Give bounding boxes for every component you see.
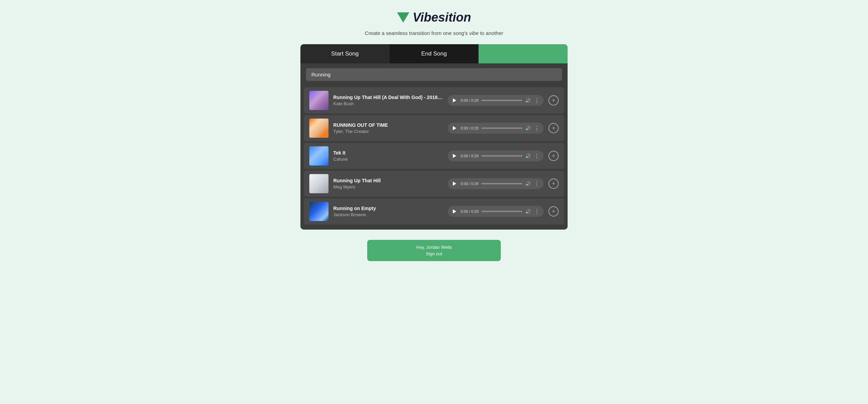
song-artist: Tyler, The Creator [333,129,443,134]
list-item: Running Up That Hill (A Deal With God) -… [304,87,564,113]
play-icon [453,182,456,186]
song-title: Tek It [333,150,443,156]
play-icon [453,154,456,158]
volume-icon[interactable]: 🔊 [525,98,531,103]
user-greeting: Hey, Jordan Wells [374,245,494,250]
tab-end-song[interactable]: End Song [389,44,479,63]
song-info: Running on Empty Jackson Browne [333,206,443,217]
tagline-end: to another [479,30,503,36]
progress-bar[interactable] [481,211,522,212]
add-song-button[interactable]: + [548,179,559,189]
audio-player: 0:00 / 0:29 🔊 ⋮ [448,150,544,161]
tagline: Create a seamless transition from one so… [365,30,503,36]
time-display: 0:00 / 0:29 [461,209,479,213]
time-display: 0:00 / 0:29 [461,182,479,186]
search-container [300,63,568,84]
progress-bar[interactable] [481,183,522,184]
play-icon [453,209,456,213]
song-artist: Kate Bush [333,101,443,106]
add-song-button[interactable]: + [548,206,559,217]
tagline-italic: vibe [469,30,479,36]
song-list: Running Up That Hill (A Deal With God) -… [300,84,568,230]
song-artist: Cafuné [333,157,443,162]
time-display: 0:00 / 0:29 [461,126,479,130]
album-art [309,202,328,221]
user-panel: Hey, Jordan Wells Sign out [367,240,501,261]
song-title: Running Up That Hill (A Deal With God) -… [333,95,443,100]
tab-action[interactable] [479,44,568,63]
more-options-icon[interactable]: ⋮ [533,125,540,132]
play-button[interactable] [451,97,458,104]
more-options-icon[interactable]: ⋮ [533,181,540,187]
search-input[interactable] [306,68,562,81]
more-options-icon[interactable]: ⋮ [533,97,540,104]
audio-player: 0:00 / 0:29 🔊 ⋮ [448,95,544,106]
play-icon [453,126,456,130]
song-title: RUNNING OUT OF TIME [333,122,443,128]
time-display: 0:00 / 0:29 [461,154,479,158]
add-song-button[interactable]: + [548,123,559,133]
tab-bar: Start Song End Song [300,44,568,63]
app-header: Vibesition [397,10,471,25]
play-button[interactable] [451,208,458,215]
list-item: Running on Empty Jackson Browne 0:00 / 0… [304,198,564,224]
play-icon [453,98,456,102]
audio-player: 0:00 / 0:29 🔊 ⋮ [448,178,544,189]
list-item: RUNNING OUT OF TIME Tyler, The Creator 0… [304,115,564,141]
progress-bar[interactable] [481,100,522,101]
more-options-icon[interactable]: ⋮ [533,208,540,215]
progress-bar[interactable] [481,155,522,157]
play-button[interactable] [451,180,458,187]
tagline-start: Create a seamless transition from one so… [365,30,469,36]
album-art [309,91,328,110]
audio-player: 0:00 / 0:29 🔊 ⋮ [448,123,544,134]
song-artist: Jackson Browne [333,212,443,217]
sign-out-button[interactable]: Sign out [374,251,494,256]
time-display: 0:00 / 0:29 [461,98,479,102]
volume-icon[interactable]: 🔊 [525,209,531,214]
song-title: Running Up That Hill [333,178,443,183]
audio-player: 0:00 / 0:29 🔊 ⋮ [448,206,544,217]
list-item: Tek It Cafuné 0:00 / 0:29 🔊 ⋮ + [304,143,564,169]
tab-start-song[interactable]: Start Song [300,44,389,63]
volume-icon[interactable]: 🔊 [525,181,531,186]
volume-icon[interactable]: 🔊 [525,154,531,159]
more-options-icon[interactable]: ⋮ [533,153,540,159]
song-info: RUNNING OUT OF TIME Tyler, The Creator [333,122,443,134]
album-art [309,119,328,138]
song-info: Running Up That Hill (A Deal With God) -… [333,95,443,106]
add-song-button[interactable]: + [548,151,559,161]
main-panel: Start Song End Song Running Up That Hill… [300,44,568,230]
play-button[interactable] [451,152,458,159]
app-logo-text: Vibesition [413,10,471,25]
song-artist: Meg Myers [333,184,443,189]
song-info: Tek It Cafuné [333,150,443,162]
list-item: Running Up That Hill Meg Myers 0:00 / 0:… [304,171,564,197]
song-info: Running Up That Hill Meg Myers [333,178,443,189]
volume-icon[interactable]: 🔊 [525,126,531,131]
play-button[interactable] [451,125,458,132]
progress-bar[interactable] [481,127,522,129]
album-art [309,146,328,166]
album-art [309,174,328,193]
add-song-button[interactable]: + [548,95,559,106]
song-title: Running on Empty [333,206,443,211]
logo-triangle-icon [397,12,409,23]
